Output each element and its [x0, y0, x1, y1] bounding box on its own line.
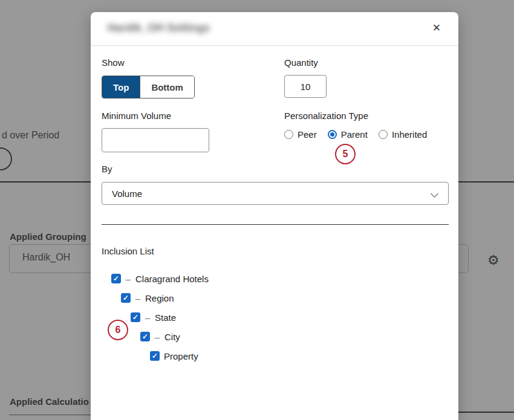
inclusion-list-label: Inclusion List [102, 246, 154, 256]
radio-parent[interactable]: Parent [328, 129, 368, 140]
tree-dash: – [154, 332, 160, 342]
radio-parent-label: Parent [341, 129, 368, 140]
tree-row-property: ✓ Property [150, 350, 198, 362]
tree-label-claragrand: Claragrand Hotels [135, 274, 209, 284]
checkbox-region[interactable]: ✓ [121, 293, 131, 303]
quantity-input[interactable] [284, 75, 327, 98]
check-icon: ✓ [113, 274, 119, 283]
tree-dash: – [145, 312, 151, 323]
tree-row-claragrand: ✓ – Claragrand Hotels [111, 273, 209, 285]
radio-circle-peer[interactable] [284, 130, 293, 139]
check-icon: ✓ [152, 351, 158, 361]
show-top-button[interactable]: Top [102, 76, 140, 98]
tree-dash: – [125, 274, 131, 284]
modal-title-redacted: Hardik_OH Settings [108, 22, 210, 34]
annotation-circle-6: 6 [108, 320, 128, 340]
personalization-type-label: Personalization Type [284, 111, 368, 121]
checkbox-property[interactable]: ✓ [150, 351, 160, 361]
screen: d over Period Applied Grouping Hardik_OH… [0, 0, 514, 420]
check-icon: ✓ [142, 332, 148, 341]
tree-row-state: ✓ – State [131, 311, 176, 323]
radio-peer[interactable]: Peer [284, 129, 317, 140]
radio-peer-label: Peer [298, 129, 317, 140]
show-label: Show [102, 57, 125, 68]
radio-inherited-label: Inherited [392, 129, 427, 140]
checkbox-state[interactable]: ✓ [131, 312, 140, 322]
settings-modal: Hardik_OH Settings × Show Top Bottom Qua… [91, 12, 458, 420]
by-select[interactable]: Volume [102, 182, 449, 205]
minimum-volume-input[interactable] [102, 128, 209, 152]
radio-inherited[interactable]: Inherited [379, 129, 427, 140]
annotation-circle-5: 5 [335, 144, 356, 164]
tree-label-region: Region [145, 293, 174, 303]
show-toggle: Top Bottom [102, 76, 195, 99]
modal-divider [102, 224, 449, 225]
modal-header: Hardik_OH Settings × [91, 12, 458, 46]
tree-label-property: Property [164, 351, 198, 361]
quantity-label: Quantity [284, 57, 318, 68]
radio-circle-inherited[interactable] [379, 130, 388, 139]
tree-label-city: City [164, 332, 180, 342]
personalization-radio-group: Peer Parent Inherited [284, 129, 427, 140]
by-label: By [102, 164, 112, 174]
chevron-down-icon [431, 190, 438, 198]
close-icon[interactable]: × [428, 19, 445, 36]
check-icon: ✓ [123, 293, 129, 303]
show-bottom-button[interactable]: Bottom [140, 76, 194, 98]
checkbox-city[interactable]: ✓ [140, 332, 150, 341]
check-icon: ✓ [132, 312, 138, 322]
tree-row-city: ✓ – City [140, 331, 180, 343]
tree-row-region: ✓ – Region [121, 292, 174, 304]
tree-dash: – [135, 293, 141, 303]
tree-label-state: State [155, 312, 176, 323]
by-select-value: Volume [112, 189, 142, 199]
checkbox-claragrand[interactable]: ✓ [111, 274, 121, 283]
radio-circle-parent[interactable] [328, 130, 337, 139]
minimum-volume-label: Minimum Volume [102, 111, 171, 121]
